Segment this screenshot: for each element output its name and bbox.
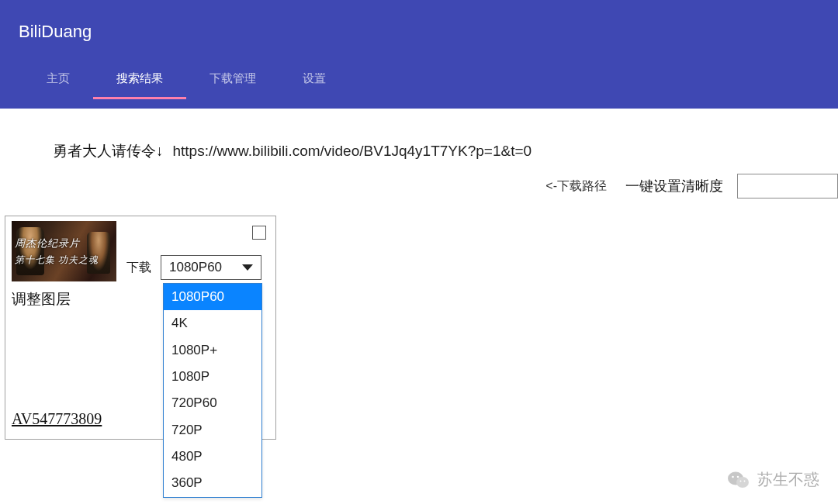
watermark: 苏生不惑 <box>728 469 819 490</box>
quality-option-720p60[interactable]: 720P60 <box>164 390 261 416</box>
app-header: BiliDuang 主页 搜索结果 下载管理 设置 <box>0 0 838 109</box>
svg-point-3 <box>732 475 734 478</box>
toolbar-row: <-下载路径 一键设置清晰度 <box>0 163 838 198</box>
thumbnail-overlay-line1: 周杰伦纪录片 <box>15 236 80 250</box>
bulk-quality-label: 一键设置清晰度 <box>625 177 723 195</box>
download-label: 下载 <box>126 260 151 276</box>
search-row: 勇者大人请传令↓ <box>0 109 838 163</box>
tab-home[interactable]: 主页 <box>23 64 93 99</box>
quality-option-360p[interactable]: 360P <box>164 470 261 496</box>
tab-bar: 主页 搜索结果 下载管理 设置 <box>0 64 838 99</box>
wechat-icon <box>728 471 750 489</box>
quality-option-480p[interactable]: 480P <box>164 444 261 470</box>
svg-point-6 <box>744 480 746 482</box>
quality-option-1080p[interactable]: 1080P <box>164 364 261 390</box>
quality-option-1080pplus[interactable]: 1080P+ <box>164 337 261 364</box>
quality-dropdown: 1080P60 4K 1080P+ 1080P 720P60 720P 480P… <box>163 283 262 498</box>
search-label: 勇者大人请传令↓ <box>53 141 164 161</box>
video-thumbnail[interactable]: 周杰伦纪录片 第十七集 功夫之魂 <box>12 221 116 281</box>
svg-point-5 <box>740 480 742 482</box>
select-checkbox[interactable] <box>252 226 266 240</box>
svg-point-2 <box>736 477 749 488</box>
watermark-text: 苏生不惑 <box>757 469 819 490</box>
download-row: 下载 1080P60 <box>126 255 269 280</box>
tab-settings[interactable]: 设置 <box>279 64 349 99</box>
quality-option-1080p60[interactable]: 1080P60 <box>164 284 261 310</box>
url-input[interactable] <box>173 140 701 163</box>
thumbnail-overlay-line2: 第十七集 功夫之魂 <box>15 254 99 267</box>
quality-select[interactable]: 1080P60 <box>161 255 261 280</box>
svg-point-4 <box>737 475 739 478</box>
tab-download-manager[interactable]: 下载管理 <box>186 64 279 99</box>
bulk-quality-select[interactable] <box>737 174 838 198</box>
quality-option-720p[interactable]: 720P <box>164 417 261 444</box>
app-title: BiliDuang <box>0 22 838 42</box>
download-path-label[interactable]: <-下载路径 <box>545 178 607 195</box>
quality-option-4k[interactable]: 4K <box>164 310 261 337</box>
quality-select-value: 1080P60 <box>169 260 222 275</box>
svg-marker-0 <box>242 264 253 271</box>
tab-search-results[interactable]: 搜索结果 <box>93 64 186 99</box>
chevron-down-icon <box>242 264 253 271</box>
thumbnail-image <box>12 221 116 281</box>
